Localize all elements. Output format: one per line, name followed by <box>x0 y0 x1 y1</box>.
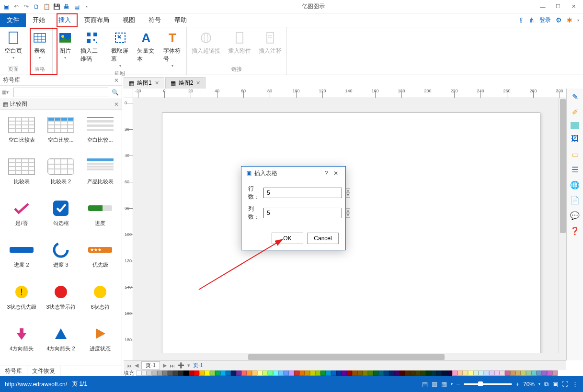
zoom-slider[interactable] <box>464 383 512 385</box>
color-swatch[interactable] <box>173 370 178 376</box>
zoom-slider-thumb[interactable] <box>478 381 483 386</box>
page-prev-icon[interactable]: ◀ <box>135 362 138 369</box>
view-caret-icon[interactable]: ▾ <box>451 382 453 386</box>
color-swatch[interactable] <box>452 370 457 376</box>
view-mode-icon[interactable]: ▤ <box>422 381 428 388</box>
symbol-item[interactable]: 比较表 <box>2 155 41 195</box>
print-icon[interactable]: 🖶 <box>63 3 70 10</box>
color-swatch[interactable] <box>484 370 489 376</box>
color-swatch[interactable] <box>231 370 236 376</box>
zoom-caret-icon[interactable]: ▾ <box>538 382 540 386</box>
symbol-item[interactable]: 4方向箭头 2 <box>41 322 80 362</box>
color-swatch[interactable] <box>305 370 310 376</box>
color-swatch[interactable] <box>436 370 442 376</box>
dialog-close-icon[interactable]: ✕ <box>331 170 341 177</box>
screenshot-button[interactable]: 截取屏幕▾ <box>107 29 133 69</box>
color-swatch[interactable] <box>457 370 463 376</box>
symbol-item[interactable]: 进度状态 <box>80 322 120 362</box>
color-swatch[interactable] <box>352 370 357 376</box>
color-swatch[interactable] <box>489 370 494 376</box>
view-mode-2-icon[interactable]: ▥ <box>432 381 437 388</box>
symbol-item[interactable]: ★★★优先级 <box>80 238 120 278</box>
share-link-icon[interactable]: ⋔ <box>529 16 535 24</box>
undo-icon[interactable]: ↶ <box>13 3 20 10</box>
color-swatch[interactable] <box>405 370 410 376</box>
color-swatch[interactable] <box>136 370 141 376</box>
color-swatch[interactable] <box>368 370 373 376</box>
dialog-titlebar[interactable]: ▣ 插入表格 ? ✕ <box>241 167 345 180</box>
menu-view[interactable]: 视图 <box>116 13 142 27</box>
image-icon[interactable]: 🖼 <box>570 134 580 144</box>
fit-page-icon[interactable]: ▣ <box>552 381 558 388</box>
paste-icon[interactable]: 📋 <box>43 3 50 10</box>
color-swatch[interactable] <box>526 370 531 376</box>
symbol-item[interactable]: !3状态优先级 <box>2 280 41 320</box>
color-swatch[interactable] <box>479 370 484 376</box>
color-swatch[interactable] <box>141 370 147 376</box>
color-swatch[interactable] <box>552 370 558 376</box>
color-swatch[interactable] <box>505 370 510 376</box>
color-swatch[interactable] <box>273 370 278 376</box>
color-swatch[interactable] <box>357 370 363 376</box>
color-swatch[interactable] <box>194 370 199 376</box>
share-icon[interactable]: ⇪ <box>518 16 524 24</box>
color-swatch[interactable] <box>431 370 436 376</box>
insert-picture-button[interactable]: 图片▾ <box>54 29 77 69</box>
login-link[interactable]: 登录 <box>539 16 551 24</box>
symbol-item[interactable]: 产品比较表 <box>80 155 120 195</box>
color-swatch[interactable] <box>389 370 394 376</box>
color-swatch[interactable] <box>384 370 389 376</box>
symbol-item[interactable]: 进度 2 <box>2 238 41 278</box>
fill-icon[interactable] <box>571 122 579 129</box>
layer-icon[interactable]: ▭ <box>570 149 580 159</box>
color-swatch[interactable] <box>473 370 479 376</box>
symbol-item[interactable]: 空白比较... <box>80 113 120 153</box>
color-swatch[interactable] <box>183 370 189 376</box>
color-swatch[interactable] <box>363 370 368 376</box>
zoom-in-icon[interactable]: + <box>515 381 519 388</box>
symbol-item[interactable]: 进度 <box>80 197 120 236</box>
search-icon[interactable]: 🔍 <box>110 88 120 97</box>
color-swatch[interactable] <box>394 370 400 376</box>
color-swatch[interactable] <box>247 370 252 376</box>
color-swatch[interactable] <box>378 370 384 376</box>
more-icon[interactable]: ⋮ <box>572 381 578 388</box>
category-select-icon[interactable]: ▦▾ <box>2 90 11 95</box>
menu-page-layout[interactable]: 页面布局 <box>78 13 116 27</box>
symbol-item[interactable]: 是/否 <box>2 197 41 236</box>
spin-down-icon[interactable]: ▼ <box>346 193 350 198</box>
symbol-item[interactable]: 勾选框 <box>41 197 80 236</box>
insert-table-button[interactable]: 表格 ▾ <box>28 29 51 65</box>
insert-qr-button[interactable]: 插入二维码 <box>77 29 107 69</box>
category-header[interactable]: ▦ 比较图 ✕ <box>0 99 122 110</box>
export-icon[interactable]: ▤ <box>73 3 80 10</box>
color-swatch[interactable] <box>400 370 405 376</box>
color-swatch[interactable] <box>294 370 299 376</box>
color-swatch[interactable] <box>500 370 505 376</box>
menu-home[interactable]: 开始 <box>26 13 52 27</box>
page-current-input[interactable]: 页-1 <box>141 361 160 370</box>
color-swatch[interactable] <box>162 370 168 376</box>
color-swatch[interactable] <box>289 370 294 376</box>
status-url[interactable]: http://www.edrawsoft.cn/ <box>5 381 67 388</box>
color-swatch[interactable] <box>531 370 537 376</box>
color-swatch[interactable] <box>199 370 205 376</box>
color-swatch[interactable] <box>320 370 326 376</box>
color-swatch[interactable] <box>252 370 257 376</box>
ok-button[interactable]: OK <box>272 233 303 244</box>
color-swatch[interactable] <box>336 370 342 376</box>
symbol-item[interactable]: 进度 3 <box>41 238 80 278</box>
color-swatch[interactable] <box>220 370 226 376</box>
color-swatch[interactable] <box>494 370 500 376</box>
add-page-icon[interactable]: ➕ <box>178 362 184 369</box>
zoom-out-icon[interactable]: − <box>457 381 460 388</box>
doc-tab-1[interactable]: ▦绘图1✕ <box>124 77 164 89</box>
cols-input[interactable] <box>263 208 342 218</box>
menu-help[interactable]: 帮助 <box>168 13 194 27</box>
cancel-button[interactable]: Cancel <box>307 233 339 244</box>
color-swatch[interactable] <box>278 370 284 376</box>
help-icon[interactable]: ❓ <box>570 225 580 236</box>
panel-close-icon[interactable]: ✕ <box>114 77 119 84</box>
tab-file-recovery[interactable]: 文件恢复 <box>27 366 60 376</box>
tab-close-icon[interactable]: ✕ <box>196 80 200 86</box>
